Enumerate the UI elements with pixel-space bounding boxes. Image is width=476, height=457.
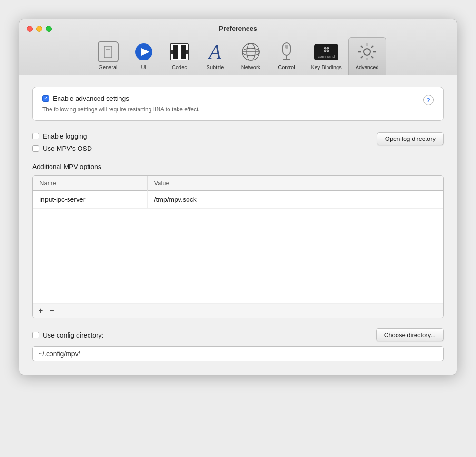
enable-advanced-label: Enable advanced settings xyxy=(53,95,129,102)
logging-checkboxes: Enable logging Use MPV's OSD xyxy=(32,132,92,152)
svg-rect-8 xyxy=(186,50,188,54)
table-toolbar: + − xyxy=(33,304,443,318)
col-value-header: Value xyxy=(147,176,443,191)
svg-text:⌘: ⌘ xyxy=(323,46,330,54)
use-mpv-osd-checkbox[interactable] xyxy=(32,145,39,152)
config-section: Use config directory: Choose directory..… xyxy=(32,328,444,361)
enable-logging-label: Enable logging xyxy=(43,132,87,140)
svg-rect-5 xyxy=(173,45,178,59)
svg-line-25 xyxy=(371,46,373,48)
tab-codec-label: Codec xyxy=(172,64,187,70)
mpv-table: Name Value input-ipc-server /tmp/mpv.soc… xyxy=(33,176,443,304)
tab-network[interactable]: Network xyxy=(233,38,268,75)
table-cell-name: input-ipc-server xyxy=(33,191,147,209)
svg-point-18 xyxy=(364,49,370,55)
advanced-icon xyxy=(357,41,377,62)
titlebar: Preferences General xyxy=(19,19,457,75)
remove-row-button[interactable]: − xyxy=(50,307,54,315)
tab-general[interactable]: General xyxy=(90,38,126,75)
use-config-dir-label: Use config directory: xyxy=(43,331,104,339)
codec-icon xyxy=(169,41,190,62)
enable-advanced-section: Enable advanced settings The following s… xyxy=(32,87,444,121)
svg-line-23 xyxy=(361,46,363,48)
enable-advanced-checkbox[interactable] xyxy=(42,95,49,102)
use-mpv-osd-row: Use MPV's OSD xyxy=(32,145,92,152)
content-area: Enable advanced settings The following s… xyxy=(19,75,457,375)
svg-line-26 xyxy=(361,56,363,58)
tab-control[interactable]: Control xyxy=(268,38,304,75)
choose-dir-button[interactable]: Choose directory... xyxy=(376,328,444,341)
ui-icon xyxy=(133,41,154,62)
use-config-dir-row: Use config directory: xyxy=(32,331,104,339)
svg-point-14 xyxy=(285,45,288,49)
config-dir-input[interactable] xyxy=(32,346,444,361)
enable-advanced-row: Enable advanced settings xyxy=(42,95,200,102)
tab-ui[interactable]: UI xyxy=(126,38,161,75)
logging-section: Enable logging Use MPV's OSD Open log di… xyxy=(32,132,444,152)
use-mpv-osd-label: Use MPV's OSD xyxy=(43,145,92,152)
maximize-button[interactable] xyxy=(46,26,52,32)
close-button[interactable] xyxy=(27,26,33,32)
mpv-options-section: Additional MPV options Name Value input-… xyxy=(32,163,444,318)
col-name-header: Name xyxy=(33,176,147,191)
tab-advanced-label: Advanced xyxy=(356,64,379,70)
tab-codec[interactable]: Codec xyxy=(161,38,197,75)
tab-subtitle[interactable]: A Subtitle xyxy=(197,38,233,75)
tab-network-label: Network xyxy=(241,64,260,70)
mpv-section-title: Additional MPV options xyxy=(32,163,444,170)
table-header-row: Name Value xyxy=(33,176,443,191)
enable-advanced-left: Enable advanced settings The following s… xyxy=(42,95,200,113)
table-cell-value: /tmp/mpv.sock xyxy=(147,191,443,209)
svg-rect-0 xyxy=(104,46,112,58)
general-icon xyxy=(98,41,119,62)
minimize-button[interactable] xyxy=(36,26,42,32)
restart-notice: The following settings will require rest… xyxy=(42,106,200,113)
open-log-dir-button[interactable]: Open log directory xyxy=(377,132,444,145)
tab-control-label: Control xyxy=(278,64,295,70)
add-row-button[interactable]: + xyxy=(39,307,43,315)
table-row[interactable]: input-ipc-server /tmp/mpv.sock xyxy=(33,191,443,209)
svg-line-24 xyxy=(371,56,373,58)
svg-rect-13 xyxy=(283,43,290,55)
enable-logging-checkbox[interactable] xyxy=(32,133,39,139)
tab-ui-label: UI xyxy=(141,64,146,70)
tab-subtitle-label: Subtitle xyxy=(207,64,224,70)
tab-keybindings[interactable]: ⌘ command Key Bindings xyxy=(304,38,348,75)
use-config-dir-checkbox[interactable] xyxy=(32,332,39,338)
tab-advanced[interactable]: Advanced xyxy=(348,37,386,75)
svg-rect-7 xyxy=(170,50,173,54)
traffic-lights xyxy=(27,26,52,32)
help-button[interactable]: ? xyxy=(423,95,434,105)
subtitle-icon: A xyxy=(205,41,226,62)
enable-logging-row: Enable logging xyxy=(32,132,92,140)
tab-keybindings-label: Key Bindings xyxy=(311,64,341,70)
network-icon xyxy=(240,41,261,62)
window-title: Preferences xyxy=(27,25,449,32)
keybindings-icon: ⌘ command xyxy=(314,41,339,62)
toolbar: General UI xyxy=(85,37,390,75)
config-dir-row: Use config directory: Choose directory..… xyxy=(32,328,444,341)
svg-rect-6 xyxy=(181,45,186,59)
preferences-window: Preferences General xyxy=(19,19,457,375)
tab-general-label: General xyxy=(99,64,117,70)
table-empty-cell xyxy=(33,209,443,304)
control-icon xyxy=(276,41,297,62)
mpv-table-container: Name Value input-ipc-server /tmp/mpv.soc… xyxy=(32,175,444,318)
table-empty-row xyxy=(33,209,443,304)
